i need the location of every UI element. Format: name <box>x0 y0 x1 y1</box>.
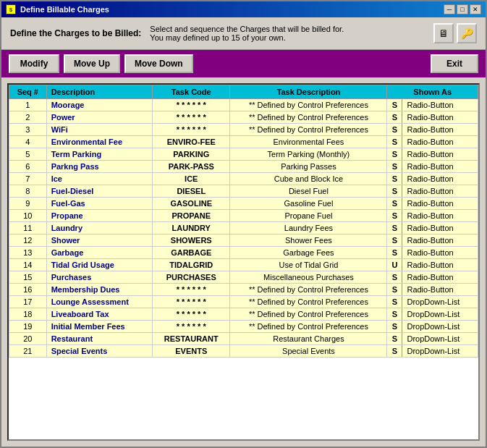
title-bar-left: $ Define Billable Charges <box>6 4 109 14</box>
help-icon-button[interactable]: 🔑 <box>457 23 477 43</box>
cell-task-code: PURCHASES <box>153 271 230 284</box>
table-row[interactable]: 20 Restaurant RESTAURANT Restaurant Char… <box>9 333 478 345</box>
cell-shown-as: Radio-Button <box>402 124 478 136</box>
cell-seq: 5 <box>9 148 47 161</box>
cell-shown-s: S <box>387 210 402 222</box>
move-up-button[interactable]: Move Up <box>64 54 120 73</box>
cell-desc: Propane <box>46 210 153 222</box>
cell-desc: Parkng Pass <box>46 161 153 173</box>
cell-desc: Laundry <box>46 222 153 234</box>
cell-seq: 11 <box>9 222 47 234</box>
table-row[interactable]: 8 Fuel-Diesel DIESEL Diesel Fuel S Radio… <box>9 185 478 198</box>
table-row[interactable]: 17 Lounge Assessment * * * * * * ** Defi… <box>9 296 478 308</box>
table-row[interactable]: 18 Liveaboard Tax * * * * * * ** Defined… <box>9 308 478 321</box>
cell-shown-as: Radio-Button <box>402 161 478 173</box>
cell-shown-as: Radio-Button <box>402 136 478 148</box>
cell-seq: 15 <box>9 271 47 284</box>
print-icon-button[interactable]: 🖥 <box>433 23 454 43</box>
cell-shown-as: Radio-Button <box>402 185 478 198</box>
cell-desc: Garbage <box>46 247 153 259</box>
cell-task-code: PARK-PASS <box>153 161 230 173</box>
cell-seq: 20 <box>9 333 47 345</box>
cell-task-desc: Propane Fuel <box>230 210 387 222</box>
cell-shown-as: Radio-Button <box>402 210 478 222</box>
cell-shown-s: S <box>387 222 402 234</box>
cell-shown-as: Radio-Button <box>402 247 478 259</box>
table-row[interactable]: 15 Purchases PURCHASES Miscellaneous Pur… <box>9 271 478 284</box>
charges-table-container[interactable]: Seq # Description Task Code Task Descrip… <box>7 83 480 441</box>
cell-desc: Restaurant <box>46 333 153 345</box>
col-seq: Seq # <box>9 85 47 99</box>
table-row[interactable]: 16 Membership Dues * * * * * * ** Define… <box>9 284 478 296</box>
table-row[interactable]: 5 Term Parking PARKING Term Parking (Mon… <box>9 148 478 161</box>
cell-seq: 14 <box>9 259 47 271</box>
cell-shown-s: S <box>387 111 402 124</box>
cell-shown-s: S <box>387 185 402 198</box>
close-button[interactable]: ✕ <box>470 4 481 14</box>
cell-shown-as: Radio-Button <box>402 173 478 185</box>
cell-desc: WiFi <box>46 124 153 136</box>
cell-task-code: TIDALGRID <box>153 259 230 271</box>
cell-desc: Moorage <box>46 99 153 111</box>
cell-shown-s: S <box>387 308 402 321</box>
cell-shown-as: DropDown-List <box>402 345 478 358</box>
cell-task-desc: ** Defined by Control Preferences <box>230 124 387 136</box>
minimize-button[interactable]: ─ <box>444 4 455 14</box>
table-row[interactable]: 3 WiFi * * * * * * ** Defined by Control… <box>9 124 478 136</box>
cell-task-code: PARKING <box>153 148 230 161</box>
table-row[interactable]: 14 Tidal Grid Usage TIDALGRID Use of Tid… <box>9 259 478 271</box>
move-down-button[interactable]: Move Down <box>124 54 193 73</box>
exit-button[interactable]: Exit <box>431 54 478 73</box>
cell-task-desc: Diesel Fuel <box>230 185 387 198</box>
table-row[interactable]: 11 Laundry LAUNDRY Laundry Fees S Radio-… <box>9 222 478 234</box>
cell-shown-s: S <box>387 173 402 185</box>
cell-seq: 6 <box>9 161 47 173</box>
cell-task-desc: ** Defined by Control Preferences <box>230 296 387 308</box>
cell-shown-as: DropDown-List <box>402 333 478 345</box>
cell-task-code: * * * * * * <box>153 124 230 136</box>
cell-task-code: EVENTS <box>153 345 230 358</box>
table-row[interactable]: 7 Ice ICE Cube and Block Ice S Radio-But… <box>9 173 478 185</box>
table-row[interactable]: 6 Parkng Pass PARK-PASS Parking Passes S… <box>9 161 478 173</box>
maximize-button[interactable]: □ <box>457 4 468 14</box>
table-row[interactable]: 13 Garbage GARBAGE Garbage Fees S Radio-… <box>9 247 478 259</box>
table-row[interactable]: 21 Special Events EVENTS Special Events … <box>9 345 478 358</box>
modify-button[interactable]: Modify <box>9 54 59 73</box>
cell-desc: Lounge Assessment <box>46 296 153 308</box>
cell-shown-as: Radio-Button <box>402 234 478 247</box>
table-row[interactable]: 2 Power * * * * * * ** Defined by Contro… <box>9 111 478 124</box>
cell-desc: Liveaboard Tax <box>46 308 153 321</box>
cell-task-desc: Garbage Fees <box>230 247 387 259</box>
cell-shown-s: S <box>387 296 402 308</box>
table-row[interactable]: 10 Propane PROPANE Propane Fuel S Radio-… <box>9 210 478 222</box>
cell-task-code: RESTAURANT <box>153 333 230 345</box>
cell-shown-as: Radio-Button <box>402 284 478 296</box>
table-row[interactable]: 12 Shower SHOWERS Shower Fees S Radio-Bu… <box>9 234 478 247</box>
title-bar-controls: ─ □ ✕ <box>444 4 481 14</box>
cell-shown-as: Radio-Button <box>402 198 478 210</box>
cell-shown-as: Radio-Button <box>402 271 478 284</box>
cell-seq: 2 <box>9 111 47 124</box>
cell-task-desc: Parking Passes <box>230 161 387 173</box>
table-row[interactable]: 19 Initial Member Fees * * * * * * ** De… <box>9 321 478 333</box>
table-row[interactable]: 9 Fuel-Gas GASOLINE Gasoline Fuel S Radi… <box>9 198 478 210</box>
cell-task-desc: ** Defined by Control Preferences <box>230 99 387 111</box>
cell-shown-s: S <box>387 148 402 161</box>
cell-task-desc: ** Defined by Control Preferences <box>230 111 387 124</box>
cell-shown-as: Radio-Button <box>402 99 478 111</box>
main-window: $ Define Billable Charges ─ □ ✕ Define t… <box>0 0 487 448</box>
cell-task-desc: Term Parking (Monthly) <box>230 148 387 161</box>
table-row[interactable]: 4 Environmental Fee ENVIRO-FEE Environme… <box>9 136 478 148</box>
cell-seq: 13 <box>9 247 47 259</box>
cell-shown-s: S <box>387 136 402 148</box>
cell-shown-s: S <box>387 234 402 247</box>
cell-desc: Initial Member Fees <box>46 321 153 333</box>
cell-task-desc: ** Defined by Control Preferences <box>230 321 387 333</box>
table-row[interactable]: 1 Moorage * * * * * * ** Defined by Cont… <box>9 99 478 111</box>
cell-task-desc: Shower Fees <box>230 234 387 247</box>
cell-task-desc: ** Defined by Control Preferences <box>230 284 387 296</box>
cell-task-desc: Restaurant Charges <box>230 333 387 345</box>
cell-seq: 18 <box>9 308 47 321</box>
window-icon: $ <box>6 4 16 14</box>
cell-task-code: ENVIRO-FEE <box>153 136 230 148</box>
